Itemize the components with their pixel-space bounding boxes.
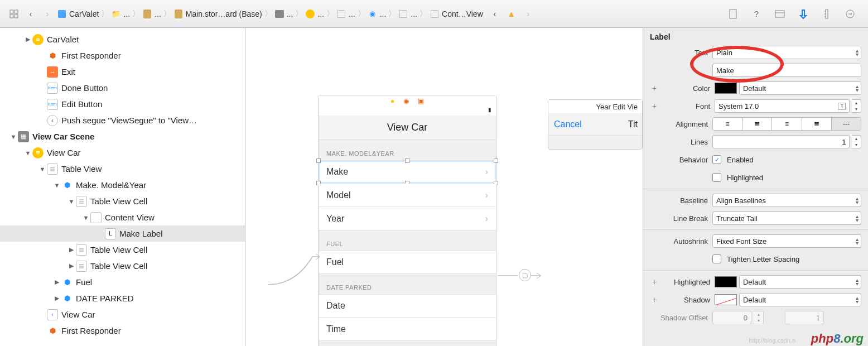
shadow-offset-x[interactable]: 0	[712, 311, 751, 324]
view-car-scene[interactable]: ●◉▣ ▮ View Car MAKE. MODEL&YEAR Make› Mo…	[318, 95, 496, 346]
breadcrumb-item[interactable]: CarValet	[56, 9, 100, 19]
color-select[interactable]: Default▴▾	[739, 81, 861, 95]
breadcrumb-item[interactable]: ...	[335, 9, 356, 19]
align-right-icon[interactable]: ≡	[772, 118, 802, 130]
add-color-icon[interactable]: +	[650, 84, 659, 93]
year-edit-scene[interactable]: Year Edit Vie Cancel Tit	[548, 99, 643, 150]
add-highlighted-icon[interactable]: +	[650, 277, 659, 286]
outline-row[interactable]: ▶Table View Cell	[0, 242, 245, 258]
outline-row[interactable]: ▶‹View Car	[0, 306, 245, 323]
svg-rect-8	[826, 9, 828, 18]
tighten-checkbox[interactable]	[712, 254, 721, 263]
color-swatch[interactable]	[715, 83, 737, 94]
crumb-fwd-icon[interactable]: ›	[521, 7, 536, 21]
shadow-select[interactable]: Default▴▾	[739, 293, 861, 306]
cell-time[interactable]: Time	[319, 318, 496, 341]
outline-row[interactable]: ▼⬢Make. Model&Year	[0, 177, 245, 193]
attributes-inspector-icon[interactable]	[797, 7, 810, 21]
breadcrumb-item[interactable]: Cont…View	[428, 9, 484, 19]
nav-back-icon[interactable]: ‹	[23, 7, 38, 21]
text-label: Text	[650, 49, 712, 57]
outline-row[interactable]: ▶⬢DATE PARKED	[0, 290, 245, 306]
autoshrink-select[interactable]: Fixed Font Size▴▾	[712, 234, 861, 248]
alignment-segmented[interactable]: ≡ ≣ ≡ ≣ ---	[712, 117, 861, 131]
font-stepper[interactable]: ▴▾	[852, 99, 861, 113]
highlighted-checkbox[interactable]	[712, 173, 721, 182]
alignment-label: Alignment	[650, 120, 712, 128]
text-mode-select[interactable]: Plain▴▾	[712, 46, 861, 59]
outline-row[interactable]: ▶⬢First Responder	[0, 47, 245, 64]
linebreak-select[interactable]: Truncate Tail▴▾	[712, 212, 861, 225]
outline-row[interactable]: ▼Table View	[0, 161, 245, 177]
top-toolbar: ‹ › CarValet〉📁...〉...〉Main.stor…ard (Bas…	[0, 0, 868, 28]
highlighted-text: Highlighted	[727, 174, 763, 182]
outline-row[interactable]: ▶ItemDone Button	[0, 80, 245, 96]
svg-rect-6	[775, 11, 784, 17]
crumb-back-icon[interactable]: ‹	[488, 7, 502, 21]
tighten-text: Tighten Letter Spacing	[727, 255, 799, 263]
size-inspector-icon[interactable]	[820, 7, 833, 21]
highlighted-select[interactable]: Default▴▾	[739, 275, 861, 289]
cell-fuel[interactable]: Fuel	[319, 251, 496, 274]
outline-row[interactable]: ▼Table View Cell	[0, 193, 245, 209]
lines-input[interactable]: 1	[712, 135, 850, 148]
shadow-offset-y[interactable]: 1	[785, 311, 824, 324]
outline-row[interactable]: ▶LMake Label	[0, 225, 245, 242]
cell-make[interactable]: Make›	[319, 160, 496, 184]
font-label: Font	[661, 102, 715, 110]
breadcrumb-item[interactable]: ...	[304, 9, 325, 19]
outline-row[interactable]: ▼▦View Car Scene	[0, 128, 245, 145]
outline-row[interactable]: ▼Content View	[0, 209, 245, 225]
storyboard-canvas[interactable]: ●◉▣ ▮ View Car MAKE. MODEL&YEAR Make› Mo…	[245, 28, 643, 346]
breadcrumb-item[interactable]: ...	[273, 9, 295, 19]
breadcrumb-item[interactable]: ...	[141, 9, 162, 19]
file-inspector-icon[interactable]	[726, 7, 740, 21]
outline-row[interactable]: ▼≡View Car	[0, 145, 245, 161]
cancel-button[interactable]: Cancel	[554, 119, 582, 129]
align-center-icon[interactable]: ≣	[742, 118, 772, 130]
outline-row[interactable]: ▶ItemEdit Button	[0, 96, 245, 112]
nav-fwd-icon[interactable]: ›	[40, 7, 55, 21]
align-justify-icon[interactable]: ≣	[802, 118, 832, 130]
breadcrumb-item[interactable]: ◉...	[367, 9, 388, 19]
related-items-icon[interactable]	[7, 7, 21, 21]
lines-stepper[interactable]: ▴▾	[852, 135, 861, 148]
outline-row[interactable]: ▶⬢Fuel	[0, 274, 245, 290]
connections-inspector-icon[interactable]	[843, 7, 857, 21]
baseline-select[interactable]: Align Baselines▴▾	[712, 194, 861, 207]
cell-date[interactable]: Date	[319, 294, 496, 318]
autoshrink-label: Autoshrink	[650, 237, 712, 246]
phone-navbar: View Car	[319, 116, 496, 140]
cell-label: Time	[326, 324, 346, 334]
outline-row[interactable]: ▶‹Push segue "ViewSegue" to "View…	[0, 112, 245, 128]
breadcrumb-item[interactable]: 📁...	[110, 9, 131, 19]
outline-row[interactable]: ▶→Exit	[0, 64, 245, 80]
shadow-label: Shadow	[661, 296, 715, 304]
warning-icon[interactable]: ▲	[504, 7, 519, 21]
help-inspector-icon[interactable]: ?	[750, 7, 763, 21]
phone2-navbar: Cancel Tit	[548, 113, 642, 136]
breadcrumb: CarValet〉📁...〉...〉Main.stor…ard (Base)〉.…	[56, 6, 484, 22]
identity-inspector-icon[interactable]	[773, 7, 787, 21]
add-font-icon[interactable]: +	[650, 102, 659, 110]
shadow-swatch[interactable]	[715, 294, 737, 305]
baseline-label: Baseline	[650, 196, 712, 205]
highlighted-swatch[interactable]	[715, 276, 737, 287]
watermark: php8.org	[811, 331, 864, 346]
cell-model[interactable]: Model›	[319, 184, 496, 207]
cell-year[interactable]: Year›	[319, 207, 496, 230]
shadow-x-stepper[interactable]: ▴▾	[754, 311, 764, 324]
breadcrumb-item[interactable]: ...	[397, 9, 418, 19]
outline-row[interactable]: ▶≡CarValet	[0, 31, 245, 47]
enabled-checkbox[interactable]: ✓	[712, 155, 721, 164]
font-input[interactable]: System 17.0T	[715, 99, 850, 113]
align-natural-icon[interactable]: ---	[832, 118, 861, 130]
align-left-icon[interactable]: ≡	[713, 118, 742, 130]
outline-row[interactable]: ▶⬢First Responder	[0, 323, 245, 339]
add-shadow-icon[interactable]: +	[650, 295, 659, 304]
outline-row[interactable]: ▶Table View Cell	[0, 258, 245, 274]
document-outline: ▶≡CarValet▶⬢First Responder▶→Exit▶ItemDo…	[0, 28, 245, 346]
breadcrumb-item[interactable]: Main.stor…ard (Base)	[172, 9, 263, 19]
text-value-input[interactable]: Make	[712, 64, 861, 77]
inspector-section-title: Label	[643, 28, 868, 44]
